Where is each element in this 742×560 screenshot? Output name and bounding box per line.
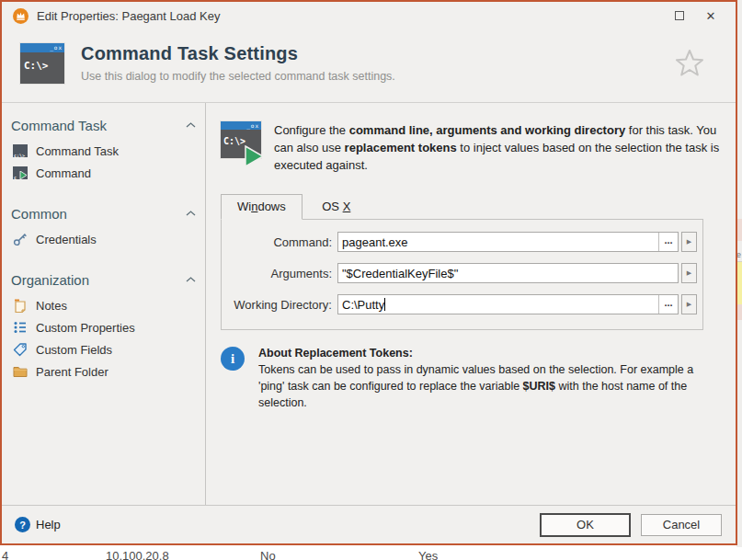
help-icon: ? [15,517,30,532]
dialog-body: Command Task c:\> Command Task c Command… [2,103,736,505]
browse-button[interactable]: ... [658,233,678,251]
close-icon: ✕ [706,9,716,23]
tab-bar: Windows OS X [221,194,738,220]
working-directory-input[interactable]: C:\Putty [338,295,658,314]
chevron-up-icon [186,211,196,216]
help-label: Help [36,518,61,531]
list-icon [13,320,28,335]
background-cell: 10.100.20.8 [106,549,169,560]
arguments-input[interactable]: "$CredentialKeyFile$" [338,264,678,282]
window-title: Edit Properties: Paegant Load Key [37,9,664,23]
close-button[interactable]: ✕ [695,5,726,27]
screen: 4 10.100.20.8 No Yes e Edit Properties: … [0,0,742,560]
token-menu-button[interactable]: ▶ [681,232,697,252]
page-subtitle: Use this dialog to modify the selected c… [81,70,675,83]
folder-icon [13,364,28,379]
info-icon: i [221,347,245,371]
chevron-up-icon [186,122,196,128]
key-icon [13,232,28,246]
command-label: Command: [226,235,332,249]
edit-properties-dialog: Edit Properties: Paegant Load Key ✕ _ox … [0,0,737,545]
sidebar-item-label: Credentials [36,233,97,246]
background-table-row: 4 10.100.20.8 No Yes [0,547,742,560]
sidebar-item-command[interactable]: c Command [11,162,198,184]
text-caret [384,298,385,311]
note-icon [13,298,28,313]
sidebar-item-label: Custom Properties [36,321,135,335]
token-menu-button[interactable]: ▶ [681,263,697,283]
info-body: Tokens can be used to pass in dynamic va… [258,361,717,411]
sidebar-section-organization[interactable]: Organization [11,269,196,291]
app-crown-icon [13,8,29,24]
terminal-titlebar-glyphs: _ox [20,43,64,52]
arguments-label: Arguments: [226,267,332,280]
command-task-icon: _ox C:\> [20,43,64,84]
token-menu-button[interactable]: ▶ [681,294,697,314]
arguments-row: Arguments: "$CredentialKeyFile$" ▶ [226,263,697,283]
command-settings-group: Command: pageant.exe ... ▶ Arguments: "$… [221,219,703,330]
header-texts: Command Task Settings Use this dialog to… [81,43,675,83]
sidebar-item-label: Command [36,166,91,180]
sidebar-item-parent-folder[interactable]: Parent Folder [11,360,198,383]
maximize-button[interactable] [664,5,695,27]
browse-button[interactable]: ... [658,295,678,314]
command-run-icon: _ox C:\> [221,121,263,166]
sidebar-item-command-task[interactable]: c:\> Command Task [11,140,198,162]
background-cell: Yes [418,549,438,560]
sidebar-item-label: Custom Fields [36,343,112,357]
dialog-footer: ? Help OK Cancel [2,505,736,543]
help-button[interactable]: ? Help [15,517,61,532]
main-panel: _ox C:\> Configure the command line, arg… [206,103,738,505]
command-input[interactable]: pageant.exe [338,233,658,251]
sidebar-item-custom-fields[interactable]: Custom Fields [11,338,198,360]
sidebar-item-notes[interactable]: Notes [11,294,198,316]
terminal-play-icon: c [13,166,28,179]
intro-text: Configure the command line, arguments an… [274,121,738,174]
sidebar-section-common[interactable]: Common [11,202,196,224]
favorite-star-icon[interactable] [675,49,704,77]
info-title: About Replacement Tokens: [258,345,717,361]
tab-osx[interactable]: OS X [306,195,366,219]
working-directory-row: Working Directory: C:\Putty ... ▶ [226,294,697,314]
dialog-header: _ox C:\> Command Task Settings Use this … [2,29,736,103]
background-cell: No [260,549,276,560]
section-label: Common [11,206,67,222]
page-title: Command Task Settings [81,43,675,64]
arrow-right-icon: ▶ [687,269,691,277]
terminal-prompt: C:\> [20,52,64,72]
arrow-right-icon: ▶ [687,301,691,308]
command-row: Command: pageant.exe ... ▶ [226,232,697,252]
terminal-icon: c:\> [13,144,28,157]
sidebar: Command Task c:\> Command Task c Command… [2,103,206,505]
arrow-right-icon: ▶ [687,238,691,246]
tag-icon [13,342,28,357]
sidebar-item-label: Parent Folder [36,365,108,379]
ok-button[interactable]: OK [541,514,630,536]
play-icon [243,145,265,167]
sidebar-section-command-task[interactable]: Command Task [11,114,196,136]
intro: _ox C:\> Configure the command line, arg… [221,121,738,174]
sidebar-item-label: Notes [36,299,67,313]
replacement-tokens-note: i About Replacement Tokens: Tokens can b… [221,345,717,411]
section-label: Command Task [11,118,107,133]
background-cell: 4 [2,549,8,560]
title-bar: Edit Properties: Paegant Load Key ✕ [2,2,736,29]
working-directory-label: Working Directory: [226,298,332,312]
maximize-icon [675,11,684,20]
tab-windows[interactable]: Windows [221,194,303,220]
chevron-up-icon [186,277,196,282]
sidebar-item-credentials[interactable]: Credentials [11,228,198,250]
cancel-button[interactable]: Cancel [641,514,722,536]
section-label: Organization [11,272,89,288]
sidebar-item-label: Command Task [36,144,119,158]
sidebar-item-custom-properties[interactable]: Custom Properties [11,316,198,338]
